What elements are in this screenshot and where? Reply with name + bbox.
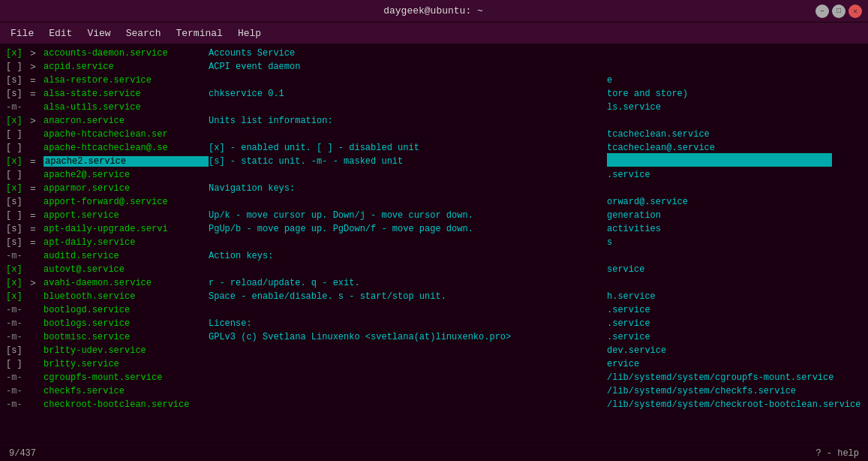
service-desc: r - reload/update. q - exit. [209, 278, 607, 288]
menu-item-search[interactable]: Search [119, 25, 169, 42]
table-row[interactable]: [s] brltty-udev.servicedev.service [6, 344, 862, 357]
service-status: -m- [6, 251, 30, 261]
service-arrow: > [30, 62, 44, 73]
service-status: [ ] [6, 170, 30, 180]
table-row[interactable]: [s]=apt-daily-upgrade.servi PgUp/b - mov… [6, 222, 862, 236]
menu-item-view[interactable]: View [80, 25, 118, 42]
service-status: [ ] [6, 143, 30, 153]
service-status: [x] [6, 116, 30, 126]
table-row[interactable]: [x]>avahi-daemon.service r - reload/upda… [6, 276, 862, 290]
service-name: anacron.service [44, 116, 209, 126]
table-row[interactable]: -m- bootlogs.service License:.service [6, 317, 862, 330]
service-name: acpid.service [44, 62, 209, 72]
table-row[interactable]: [x]=apache2.service [s] - static unit. -… [6, 155, 862, 168]
service-arrow: = [30, 156, 44, 167]
table-row[interactable]: [x] autovt@.serviceservice [6, 263, 862, 276]
service-desc: Space - enable/disable. s - start/stop u… [209, 291, 607, 302]
service-name: apache-htcacheclean.ser [44, 129, 209, 140]
service-desc: Up/k - move cursor up. Down/j - move cur… [209, 210, 607, 221]
titlebar: daygeek@ubuntu: ~ – □ ✕ [0, 0, 868, 23]
service-path: h.service [607, 291, 862, 302]
table-row[interactable]: [x]=apparmor.service Navigation keys: [6, 182, 862, 195]
service-path: service [607, 264, 862, 275]
table-row[interactable]: [x] bluetooth.service Space - enable/dis… [6, 290, 862, 303]
service-arrow: = [30, 237, 44, 249]
window-controls[interactable]: – □ ✕ [815, 5, 862, 18]
service-status: [x] [6, 48, 30, 59]
service-desc: Units list information: [209, 116, 607, 126]
table-row[interactable]: [ ] brltty.serviceervice [6, 357, 862, 371]
table-row[interactable]: [x]>accounts-daemon.service Accounts Ser… [6, 47, 862, 60]
service-path: /lib/systemd/system/checkfs.service [607, 386, 862, 396]
service-path: .service [607, 305, 862, 315]
table-row[interactable]: -m- cgroupfs-mount.service/lib/systemd/s… [6, 371, 862, 384]
table-row[interactable]: [ ]>acpid.service ACPI event daemon [6, 60, 862, 74]
service-name: bootlogd.service [44, 305, 209, 315]
service-name: brltty-udev.service [44, 345, 209, 356]
table-row[interactable]: [s]=alsa-state.service chkservice 0.1tor… [6, 87, 862, 101]
service-desc: Navigation keys: [209, 183, 607, 194]
service-arrow: = [30, 183, 44, 194]
service-path: activities [607, 224, 862, 234]
maximize-button[interactable]: □ [832, 5, 845, 18]
service-status: -m- [6, 372, 30, 383]
service-status: [s] [6, 89, 30, 99]
service-desc: PgUp/b - move page up. PgDown/f - move p… [209, 224, 607, 234]
table-row[interactable]: -m- alsa-utils.servicels.service [6, 101, 862, 114]
service-name: checkfs.service [44, 386, 209, 396]
service-name: cgroupfs-mount.service [44, 372, 209, 383]
table-row[interactable]: [s] apport-forward@.serviceorward@.servi… [6, 195, 862, 209]
service-status: [s] [6, 197, 30, 207]
service-status: -m- [6, 305, 30, 315]
service-arrow: = [30, 210, 44, 221]
table-row[interactable]: -m- checkfs.service/lib/systemd/system/c… [6, 384, 862, 398]
table-row[interactable]: -m- bootlogd.service.service [6, 303, 862, 317]
table-row[interactable]: -m- bootmisc.service GPLv3 (c) Svetlana … [6, 330, 862, 344]
service-name: apache2@.service [44, 170, 209, 180]
service-name: auditd.service [44, 251, 209, 261]
service-path: /lib/systemd/system/cgroupfs-mount.servi… [607, 372, 862, 383]
service-path: tore and store) [607, 89, 862, 99]
service-name: apport.service [44, 210, 209, 221]
service-name: apport-forward@.service [44, 197, 209, 207]
table-row[interactable]: [ ]=apport.service Up/k - move cursor up… [6, 209, 862, 222]
service-status: [s] [6, 237, 30, 248]
cyan-highlight-bar [607, 153, 832, 167]
help-hint: ? - help [815, 448, 859, 459]
service-name: bootlogs.service [44, 318, 209, 329]
service-status: -m- [6, 102, 30, 113]
line-count: 9/437 [9, 448, 36, 459]
table-row[interactable]: [ ] apache-htcacheclean.sertcacheclean.s… [6, 128, 862, 141]
service-desc: ACPI event daemon [209, 62, 607, 72]
service-status: [x] [6, 278, 30, 288]
service-path: tcacheclean.service [607, 129, 862, 140]
service-arrow: = [30, 75, 44, 86]
terminal-area: [x]>accounts-daemon.service Accounts Ser… [0, 44, 868, 444]
menu-item-file[interactable]: File [3, 25, 41, 42]
minimize-button[interactable]: – [815, 5, 829, 18]
service-name: bluetooth.service [44, 291, 209, 302]
table-row[interactable]: -m- auditd.service Action keys: [6, 249, 862, 263]
service-desc: chkservice 0.1 [209, 89, 607, 99]
service-name: alsa-state.service [44, 89, 209, 99]
service-arrow: = [30, 224, 44, 235]
table-row[interactable]: -m- checkroot-bootclean.service/lib/syst… [6, 398, 862, 411]
service-arrow: > [30, 48, 44, 59]
service-desc: GPLv3 (c) Svetlana Linuxenko <svetlana(a… [209, 332, 607, 342]
service-name: apache2.service [44, 156, 209, 167]
table-row[interactable]: [ ] apache2@.service.service [6, 168, 862, 182]
service-desc: [s] - static unit. -m- - masked unit [209, 156, 607, 167]
table-row[interactable]: [s]=alsa-restore.servicee [6, 74, 862, 87]
menu-item-terminal[interactable]: Terminal [168, 25, 230, 42]
service-path: generation [607, 210, 862, 221]
table-row[interactable]: [s]=apt-daily.services [6, 236, 862, 249]
service-arrow: = [30, 89, 44, 100]
table-row[interactable]: [x]>anacron.service Units list informati… [6, 114, 862, 128]
service-name: avahi-daemon.service [44, 278, 209, 288]
close-button[interactable]: ✕ [848, 5, 862, 18]
service-arrow: > [30, 278, 44, 289]
service-status: -m- [6, 332, 30, 342]
menu-item-help[interactable]: Help [230, 25, 269, 42]
service-status: [x] [6, 183, 30, 194]
menu-item-edit[interactable]: Edit [41, 25, 80, 42]
